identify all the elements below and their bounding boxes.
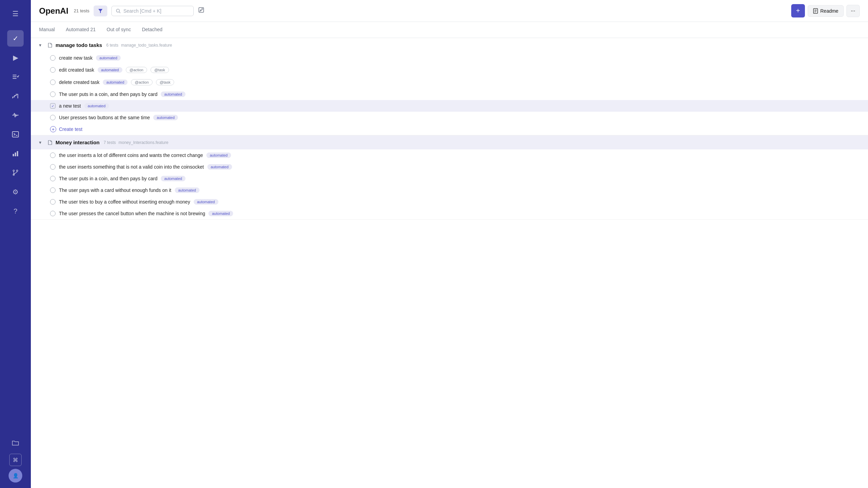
chevron-down-icon: ▾ — [39, 140, 45, 145]
svg-point-10 — [16, 170, 18, 171]
svg-marker-12 — [98, 9, 103, 13]
badge-automated: automated — [153, 115, 178, 120]
badge-tag: @action — [131, 79, 153, 85]
keyboard-shortcut-icon[interactable]: ⌘ — [9, 454, 22, 466]
badge-automated: automated — [98, 67, 122, 73]
activity-icon[interactable] — [7, 107, 24, 123]
sidebar: ☰ ✓ ▶ — [0, 0, 31, 488]
feature-header-manage-todo[interactable]: ▾ manage todo tasks 6 tests manage_todo_… — [31, 38, 868, 52]
tab-out-of-sync[interactable]: Out of sync — [107, 22, 131, 38]
test-name: a new test — [59, 103, 81, 109]
test-item[interactable]: The user presses the cancel button when … — [31, 208, 868, 219]
add-button[interactable]: + — [791, 4, 805, 17]
badge-automated: automated — [84, 103, 109, 109]
search-icon — [116, 9, 121, 13]
terminal-icon[interactable] — [7, 126, 24, 143]
feature-test-count-money: 7 tests — [104, 140, 116, 145]
edit-icon: ✓ — [50, 103, 56, 109]
badge-tag: @action — [126, 67, 147, 73]
test-name: The user presses the cancel button when … — [59, 211, 205, 216]
header: OpenAI 21 tests Search [Cmd + K] + — [31, 0, 868, 22]
plus-circle-icon: + — [50, 126, 56, 132]
play-icon[interactable]: ▶ — [7, 49, 24, 66]
radio-circle-icon — [50, 115, 56, 120]
test-item[interactable]: The user pays with a card without enough… — [31, 184, 868, 196]
test-name: User presses two buttons at the same tim… — [59, 115, 150, 120]
git-icon[interactable] — [7, 164, 24, 181]
test-list-money: the user inserts a lot of different coin… — [31, 149, 868, 219]
feature-filename-manage-todo: manage_todo_tasks.feature — [121, 43, 172, 48]
test-name: The user puts in a coin, and then pays b… — [59, 176, 157, 181]
test-item[interactable]: the user inserts something that is not a… — [31, 161, 868, 173]
badge-automated: automated — [206, 152, 231, 158]
avatar[interactable]: 👤 — [9, 469, 22, 483]
test-name: The user puts in a coin, and then pays b… — [59, 92, 157, 97]
hamburger-menu-icon[interactable]: ☰ — [7, 5, 24, 22]
test-count: 21 tests — [74, 8, 89, 13]
test-item[interactable]: delete created task automated @action @t… — [31, 76, 868, 88]
test-name: the user inserts a lot of different coin… — [59, 152, 203, 158]
test-item[interactable]: edit created task automated @action @tas… — [31, 64, 868, 76]
more-button[interactable]: ··· — [846, 5, 860, 17]
check-icon[interactable]: ✓ — [7, 30, 24, 47]
feature-filename-money: money_Interactions.feature — [119, 140, 168, 145]
help-icon[interactable]: ? — [7, 203, 24, 219]
content-area: ▾ manage todo tasks 6 tests manage_todo_… — [31, 38, 868, 488]
radio-circle-icon — [50, 199, 56, 205]
test-item[interactable]: The user puts in a coin, and then pays b… — [31, 173, 868, 184]
badge-automated: automated — [161, 92, 185, 97]
tab-automated[interactable]: Automated 21 — [66, 22, 96, 38]
search-box[interactable]: Search [Cmd + K] — [111, 6, 194, 16]
radio-circle-icon — [50, 211, 56, 216]
tab-detached[interactable]: Detached — [142, 22, 162, 38]
radio-circle-icon — [50, 67, 56, 73]
readme-button[interactable]: Readme — [808, 5, 844, 17]
test-item[interactable]: ✓ a new test automated — [31, 100, 868, 112]
header-right: + Readme ··· — [791, 4, 860, 17]
svg-point-13 — [116, 9, 119, 12]
test-list-manage-todo: create new task automated edit created t… — [31, 52, 868, 135]
chart-icon[interactable] — [7, 145, 24, 162]
badge-automated: automated — [103, 80, 128, 85]
radio-circle-icon — [50, 55, 56, 61]
test-item[interactable]: the user inserts a lot of different coin… — [31, 149, 868, 161]
radio-circle-icon — [50, 187, 56, 193]
test-name: the user inserts something that is not a… — [59, 164, 204, 170]
test-item[interactable]: The user tries to buy a coffee without i… — [31, 196, 868, 208]
main-content: OpenAI 21 tests Search [Cmd + K] + — [31, 0, 868, 488]
badge-automated: automated — [194, 199, 218, 205]
folder-icon[interactable] — [7, 435, 24, 451]
test-name: delete created task — [59, 80, 99, 85]
test-name: edit created task — [59, 67, 94, 73]
svg-rect-6 — [15, 152, 16, 156]
search-placeholder: Search [Cmd + K] — [123, 8, 161, 14]
sidebar-bottom: ⌘ 👤 — [7, 435, 24, 483]
create-test-link[interactable]: Create test — [59, 126, 82, 132]
tabs: Manual Automated 21 Out of sync Detached — [31, 22, 868, 38]
filter-button[interactable] — [94, 5, 107, 16]
badge-tag: @task — [156, 79, 174, 85]
readme-icon — [813, 8, 818, 14]
create-test-row[interactable]: + Create test — [31, 123, 868, 135]
readme-label: Readme — [820, 8, 839, 14]
test-name: The user pays with a card without enough… — [59, 187, 171, 193]
badge-automated: automated — [175, 187, 200, 193]
svg-rect-7 — [17, 151, 18, 156]
settings-icon[interactable]: ⚙ — [7, 184, 24, 200]
tab-manual[interactable]: Manual — [39, 22, 55, 38]
edit-icon-button[interactable] — [198, 7, 205, 15]
test-item[interactable]: create new task automated — [31, 52, 868, 64]
feature-group-manage-todo: ▾ manage todo tasks 6 tests manage_todo_… — [31, 38, 868, 135]
svg-line-14 — [119, 12, 120, 13]
badge-automated: automated — [161, 176, 185, 181]
svg-point-8 — [13, 170, 14, 171]
radio-circle-icon — [50, 164, 56, 170]
radio-circle-icon — [50, 80, 56, 85]
test-item[interactable]: The user puts in a coin, and then pays b… — [31, 88, 868, 100]
radio-circle-icon — [50, 152, 56, 158]
test-item[interactable]: User presses two buttons at the same tim… — [31, 112, 868, 123]
list-check-icon[interactable] — [7, 69, 24, 85]
stairs-icon[interactable] — [7, 88, 24, 104]
feature-test-count-manage-todo: 6 tests — [106, 43, 118, 48]
feature-header-money-interaction[interactable]: ▾ Money interaction 7 tests money_Intera… — [31, 135, 868, 149]
